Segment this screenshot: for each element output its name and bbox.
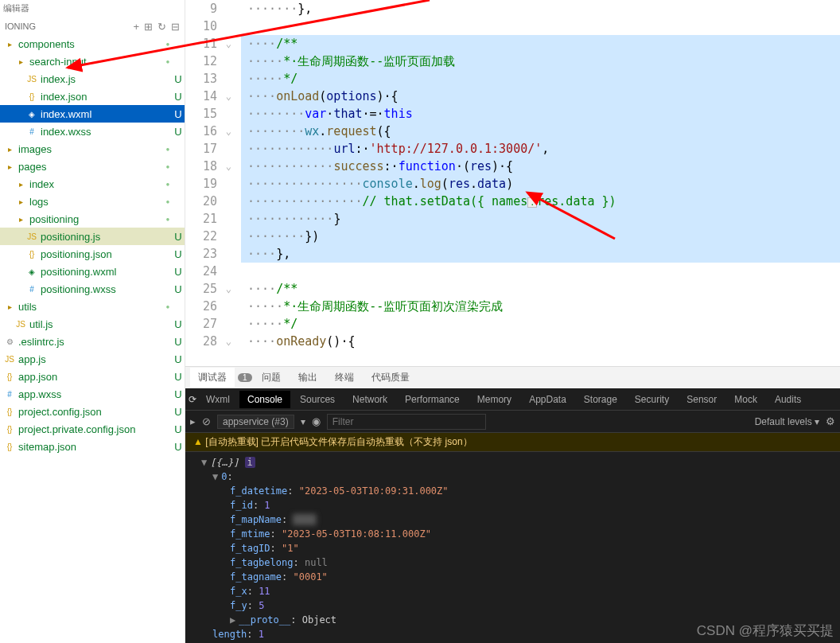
file-icon: {} <box>3 425 16 434</box>
code-editor[interactable]: 910111213141516171819202122232425262728 … <box>185 0 840 366</box>
file-icon: # <box>25 127 38 136</box>
file-explorer: 编辑器 IONING + ⊞ ↻ ⊟ ▸components●▸search-i… <box>0 0 185 643</box>
file-index[interactable]: ▸index● <box>0 175 185 193</box>
console-warning: [自动热重载] 已开启代码文件保存后自动热重载（不支持 json） <box>185 433 840 452</box>
file-index.js[interactable]: JSindex.jsU <box>0 70 185 88</box>
debug-badge: 1 <box>238 373 252 382</box>
file-project.private.config.json[interactable]: {}project.private.config.jsonU <box>0 420 185 438</box>
file-icon: ◈ <box>25 267 38 276</box>
file-positioning[interactable]: ▸positioning● <box>0 210 185 228</box>
refresh-icon[interactable]: ↻ <box>158 21 166 33</box>
context-selector[interactable]: appservice (#3) <box>217 415 294 429</box>
devtab-performance[interactable]: Performance <box>397 391 468 408</box>
file-index.json[interactable]: {}index.jsonU <box>0 88 185 105</box>
new-folder-icon[interactable]: ⊞ <box>144 21 153 33</box>
collapse-icon[interactable]: ⊟ <box>171 21 180 33</box>
file-icon: {} <box>3 442 16 451</box>
file-sitemap.json[interactable]: {}sitemap.jsonU <box>0 438 185 455</box>
file-app.wxss[interactable]: #app.wxssU <box>0 385 185 403</box>
devtab-console[interactable]: Console <box>239 391 290 408</box>
file-logs[interactable]: ▸logs● <box>0 193 185 210</box>
inspect-icon[interactable]: ⟳ <box>189 394 196 405</box>
file-index.wxss[interactable]: #index.wxssU <box>0 123 185 140</box>
devtab-security[interactable]: Security <box>627 391 677 408</box>
tab-problems[interactable]: 问题 <box>254 368 289 388</box>
file-icon: ▸ <box>14 57 27 66</box>
file-icon: JS <box>3 355 16 364</box>
file-icon: ⚙ <box>3 337 16 346</box>
devtab-storage[interactable]: Storage <box>576 391 625 408</box>
devtools-tabs: ⟳ WxmlConsoleSourcesNetworkPerformanceMe… <box>185 388 840 411</box>
settings-icon[interactable]: ⚙ <box>826 415 835 427</box>
file-icon: JS <box>25 75 38 84</box>
main-area: 910111213141516171819202122232425262728 … <box>185 0 840 643</box>
file-icon: {} <box>3 407 16 416</box>
toggle-sidebar-icon[interactable]: ▸ <box>190 415 196 427</box>
console-toolbar: ▸ ⊘ appservice (#3) ▾ ◉ Default levels ▾… <box>185 411 840 433</box>
tab-output[interactable]: 输出 <box>290 368 325 388</box>
file-icon: {} <box>25 250 38 259</box>
file-utils[interactable]: ▸utils● <box>0 298 185 315</box>
devtab-audits[interactable]: Audits <box>767 391 809 408</box>
eye-icon[interactable]: ◉ <box>312 415 321 427</box>
file-positioning.json[interactable]: {}positioning.jsonU <box>0 245 185 263</box>
devtab-appdata[interactable]: AppData <box>521 391 574 408</box>
sidebar-section[interactable]: IONING + ⊞ ↻ ⊟ <box>0 18 185 35</box>
console-output[interactable]: ▼[{…}] i▼0:f_datetime: "2023-05-03T10:09… <box>185 452 840 643</box>
file-util.js[interactable]: JSutil.jsU <box>0 315 185 333</box>
file-index.wxml[interactable]: ◈index.wxmlU <box>0 105 185 123</box>
devtab-sources[interactable]: Sources <box>292 391 343 408</box>
file-icon: ▸ <box>14 180 27 189</box>
file-positioning.wxss[interactable]: #positioning.wxssU <box>0 280 185 298</box>
file-app.json[interactable]: {}app.jsonU <box>0 368 185 385</box>
devtab-mock[interactable]: Mock <box>726 391 765 408</box>
file-icon: # <box>25 285 38 294</box>
file-icon: {} <box>3 372 16 381</box>
file-icon: {} <box>25 92 38 101</box>
file-icon: ▸ <box>14 215 27 224</box>
new-file-icon[interactable]: + <box>133 21 139 33</box>
file-.eslintrc.js[interactable]: ⚙.eslintrc.jsU <box>0 333 185 350</box>
levels-selector[interactable]: Default levels ▾ <box>755 416 819 427</box>
file-project.config.json[interactable]: {}project.config.jsonU <box>0 403 185 420</box>
file-icon: ◈ <box>25 110 38 119</box>
file-images[interactable]: ▸images● <box>0 140 185 158</box>
file-positioning.wxml[interactable]: ◈positioning.wxmlU <box>0 263 185 280</box>
file-icon: ▸ <box>3 145 16 154</box>
file-icon: ▸ <box>14 197 27 206</box>
devtab-memory[interactable]: Memory <box>469 391 519 408</box>
file-positioning.js[interactable]: JSpositioning.jsU <box>0 228 185 245</box>
tab-terminal[interactable]: 终端 <box>327 368 362 388</box>
file-icon: ▸ <box>3 40 16 49</box>
file-icon: JS <box>25 232 38 241</box>
file-components[interactable]: ▸components● <box>0 35 185 53</box>
file-icon: ▸ <box>3 302 16 311</box>
devtab-wxml[interactable]: Wxml <box>198 391 238 408</box>
devtab-network[interactable]: Network <box>344 391 395 408</box>
sidebar-header: 编辑器 <box>0 0 185 18</box>
file-app.js[interactable]: JSapp.jsU <box>0 350 185 368</box>
file-search-input[interactable]: ▸search-input● <box>0 53 185 70</box>
file-icon: JS <box>14 320 27 329</box>
tab-debugger[interactable]: 调试器 <box>190 368 235 388</box>
file-icon: # <box>3 390 16 399</box>
devtools: ⟳ WxmlConsoleSourcesNetworkPerformanceMe… <box>185 388 840 643</box>
devtab-sensor[interactable]: Sensor <box>679 391 725 408</box>
tab-quality[interactable]: 代码质量 <box>364 368 418 388</box>
file-tree: ▸components●▸search-input●JSindex.jsU{}i… <box>0 35 185 455</box>
file-pages[interactable]: ▸pages● <box>0 158 185 175</box>
file-icon: ▸ <box>3 162 16 171</box>
filter-input[interactable] <box>327 414 486 430</box>
debug-tabs: 调试器 1 问题 输出 终端 代码质量 <box>185 366 840 388</box>
clear-console-icon[interactable]: ⊘ <box>202 415 211 427</box>
